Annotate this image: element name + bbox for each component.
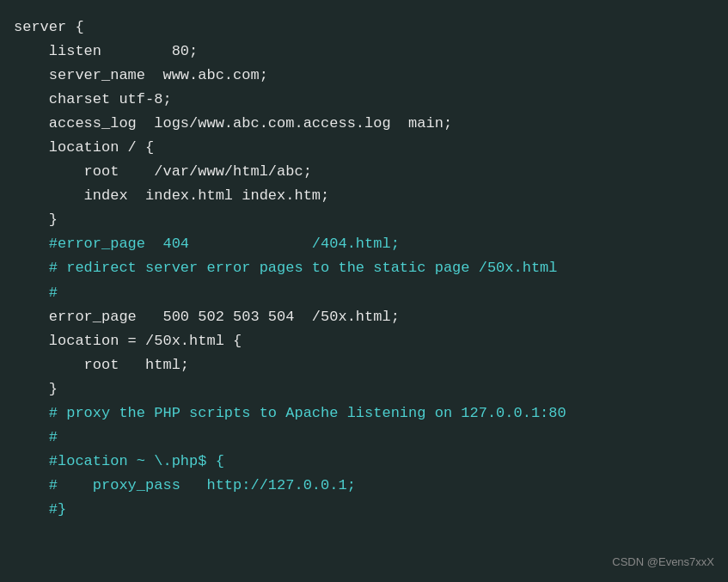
- code-line: location = /50x.html {: [14, 329, 711, 353]
- code-line: # proxy the PHP scripts to Apache listen…: [14, 401, 711, 426]
- code-line: #: [14, 281, 711, 305]
- code-line: #location ~ \.php$ {: [14, 450, 711, 474]
- code-line: #}: [14, 498, 711, 522]
- code-line: #error_page 404 /404.html;: [14, 232, 711, 256]
- code-line: charset utf-8;: [14, 88, 711, 112]
- code-line: }: [14, 377, 711, 401]
- code-line: error_page 500 502 503 504 /50x.html;: [14, 305, 711, 329]
- code-content: server { listen 80; server_name www.abc.…: [14, 15, 711, 522]
- code-line: # proxy_pass http://127.0.0.1;: [14, 474, 711, 498]
- code-editor: server { listen 80; server_name www.abc.…: [0, 0, 728, 582]
- code-line: }: [14, 208, 711, 232]
- code-line: # redirect server error pages to the sta…: [14, 256, 711, 280]
- code-line: location / {: [14, 136, 711, 160]
- watermark: CSDN @Evens7xxX: [612, 554, 714, 572]
- code-line: server {: [14, 15, 711, 40]
- code-line: root /var/www/html/abc;: [14, 160, 711, 184]
- code-line: listen 80;: [14, 40, 711, 64]
- code-line: index index.html index.htm;: [14, 184, 711, 208]
- code-line: access_log logs/www.abc.com.access.log m…: [14, 112, 711, 136]
- code-line: server_name www.abc.com;: [14, 64, 711, 88]
- code-line: root html;: [14, 353, 711, 377]
- code-line: #: [14, 426, 711, 450]
